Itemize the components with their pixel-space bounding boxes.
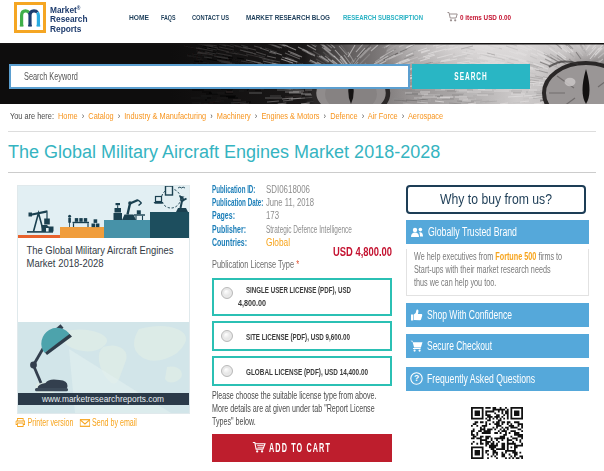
svg-text:Market 2018-2028: Market 2018-2028: [27, 258, 104, 269]
svg-text:www.marketresearchreports.com: www.marketresearchreports.com: [41, 394, 164, 404]
svg-text:?: ?: [414, 373, 419, 383]
svg-text:The Global Military Aircraft E: The Global Military Aircraft Engines: [27, 245, 174, 256]
